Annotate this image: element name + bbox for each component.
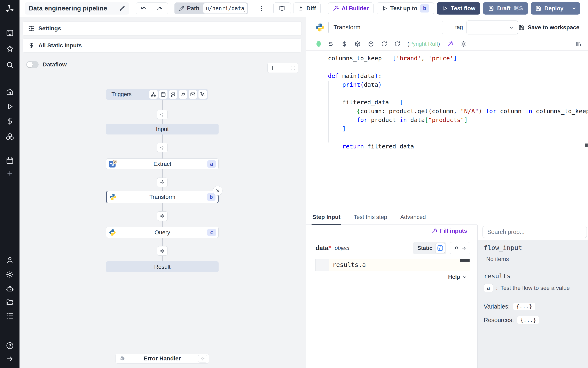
redo-button[interactable] [152, 3, 168, 14]
sidebar-item-resources[interactable] [5, 131, 15, 141]
email-icon[interactable] [189, 90, 197, 99]
add-step-button[interactable] [157, 246, 168, 256]
prop-picker-panel: flow_input No items results a : Test the… [477, 225, 588, 368]
flow-input-section[interactable]: flow_input [484, 244, 588, 251]
result-node[interactable]: Result [106, 261, 218, 272]
step-name-input[interactable] [328, 21, 443, 34]
http-route-icon[interactable] [169, 90, 177, 99]
websocket-icon[interactable] [179, 90, 187, 99]
more-options-button[interactable] [258, 5, 265, 12]
input-mode-toggle[interactable]: Static [413, 242, 446, 254]
wand-icon [333, 5, 339, 11]
chevron-down-icon [462, 275, 467, 280]
add-step-button[interactable] [157, 143, 168, 152]
diff-button[interactable]: Diff [293, 2, 321, 14]
error-handler-node[interactable]: Error Handler [115, 354, 209, 363]
editor-scrollbar-thumb[interactable] [585, 144, 588, 147]
deploy-dropdown-button[interactable] [568, 2, 580, 15]
zoom-in-button[interactable] [270, 65, 275, 71]
result-key-chip[interactable]: a [484, 284, 493, 292]
sidebar-collapse-button[interactable] [5, 354, 15, 363]
rerun-lint-icon[interactable] [394, 41, 400, 47]
variables-icon[interactable] [341, 41, 347, 47]
no-items-label: No items [486, 256, 588, 262]
plug-icon[interactable] [453, 245, 459, 251]
deploy-button[interactable]: Deploy [531, 2, 568, 15]
sidebar-item-audit-logs[interactable] [5, 311, 15, 321]
tab-advanced[interactable]: Advanced [400, 210, 426, 224]
schedule-icon[interactable] [159, 90, 168, 99]
add-step-button[interactable] [157, 211, 168, 221]
resources-expand-chip[interactable]: {...} [517, 316, 539, 324]
sidebar-item-schedules[interactable] [5, 156, 15, 165]
extract-step-node[interactable]: TS Extract a [106, 158, 218, 169]
sidebar-item-help[interactable] [5, 341, 15, 350]
prop-picker-body: flow_input No items results a : Test the… [478, 240, 588, 368]
input-node[interactable]: Input [106, 124, 218, 135]
sidebar-item-folders[interactable] [5, 297, 15, 307]
help-button[interactable]: Help [448, 274, 467, 280]
javascript-expression-mode-button[interactable] [435, 243, 445, 253]
wand-icon [431, 228, 437, 234]
windmill-logo[interactable] [3, 3, 16, 15]
dataflow-toggle[interactable] [26, 61, 38, 68]
windmill-flow-editor: Data engineering pipeline Path Diff AI B… [0, 0, 588, 368]
test-flow-button[interactable]: Test flow [437, 2, 480, 15]
expression-editor-gutter [316, 259, 329, 271]
lockfile-icon[interactable] [368, 41, 374, 47]
library-icon[interactable] [576, 41, 582, 47]
sidebar-item-account[interactable] [5, 255, 15, 265]
edit-title-icon[interactable] [119, 5, 125, 11]
flow-settings-button[interactable]: Settings [23, 21, 302, 36]
search-prop-input[interactable] [483, 226, 587, 238]
ai-builder-button[interactable]: AI Builder [328, 2, 373, 14]
sidebar-item-add[interactable] [5, 168, 15, 178]
arrow-right-icon[interactable] [461, 246, 466, 251]
results-section[interactable]: results [484, 272, 588, 280]
add-error-handler-button[interactable] [198, 355, 207, 362]
fit-view-button[interactable] [290, 65, 296, 71]
add-step-button[interactable] [157, 110, 168, 119]
transform-step-node-selected[interactable]: Transform b [106, 191, 218, 203]
reload-icon[interactable] [381, 41, 387, 47]
sidebar-item-variables[interactable] [5, 116, 15, 126]
dollar-icon [28, 42, 35, 49]
query-step-node[interactable]: Query c [106, 227, 218, 238]
sidebar-item-favorites[interactable] [5, 44, 15, 54]
static-inputs-icon[interactable] [328, 41, 334, 47]
sidebar-item-settings[interactable] [5, 270, 15, 279]
sidebar-item-search[interactable] [5, 60, 15, 70]
test-up-to-button[interactable]: Test up to b [377, 2, 434, 14]
tab-test-this-step[interactable]: Test this step [354, 210, 387, 224]
documentation-button[interactable] [273, 2, 291, 14]
editor-settings-icon[interactable] [460, 41, 467, 47]
save-draft-button[interactable]: Draft ⌘S [483, 2, 528, 15]
variables-expand-chip[interactable]: {...} [513, 303, 535, 310]
zoom-out-button[interactable] [280, 65, 285, 71]
resources-label: Resources: [484, 317, 514, 323]
path-input[interactable] [203, 3, 247, 14]
book-icon [279, 5, 285, 12]
undo-button[interactable] [136, 3, 152, 14]
save-to-workspace-button[interactable]: Save to workspace [518, 24, 579, 31]
sidebar-item-runs[interactable] [5, 102, 15, 111]
triggers-node[interactable]: Triggers [106, 89, 208, 100]
poll-icon[interactable] [199, 90, 207, 99]
all-static-inputs-button[interactable]: All Static Inputs [23, 38, 302, 53]
path-button[interactable]: Path [174, 2, 248, 14]
ai-assist-icon[interactable] [447, 41, 453, 47]
tab-step-input[interactable]: Step Input [312, 210, 341, 224]
code-editor[interactable]: columns_to_keep = ['brand', 'price'] def… [306, 50, 588, 151]
sidebar-item-workers[interactable] [5, 284, 15, 293]
delete-step-button[interactable] [213, 186, 222, 196]
dependencies-icon[interactable] [354, 41, 361, 47]
fill-inputs-button[interactable]: Fill inputs [431, 228, 467, 234]
expression-editor[interactable]: results.a [315, 259, 470, 271]
sidebar-item-home[interactable] [5, 87, 15, 96]
tag-select[interactable] [466, 20, 518, 35]
flow-canvas[interactable]: Dataflow Triggers Inpu [19, 56, 306, 368]
webhook-icon[interactable] [149, 90, 158, 99]
sidebar-item-workspace[interactable] [5, 28, 15, 37]
add-step-button[interactable] [157, 177, 168, 187]
resources-row: Resources: {...} [484, 316, 588, 324]
